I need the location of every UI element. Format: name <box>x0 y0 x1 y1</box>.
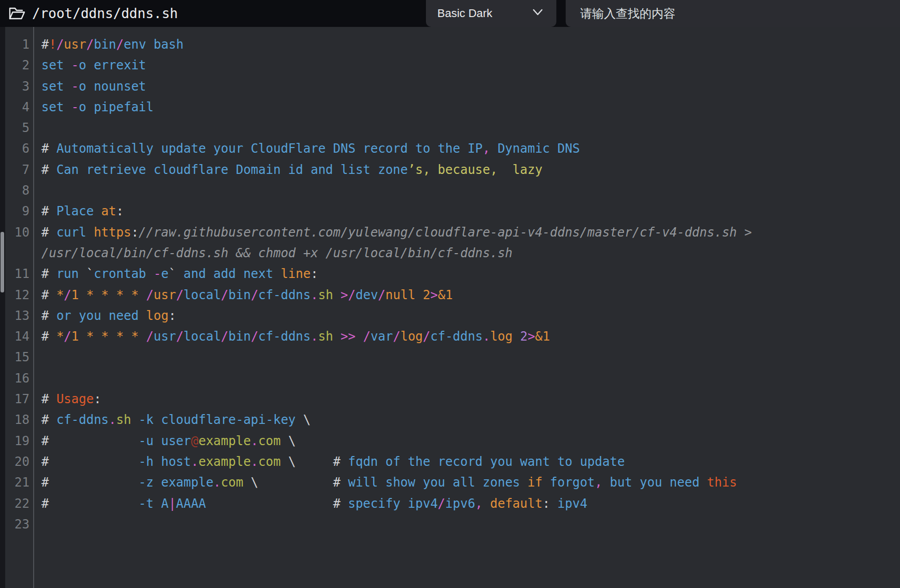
line-number: 5 <box>5 117 33 138</box>
file-path: /root/ddns/ddns.sh <box>32 6 178 21</box>
line-text: # run `crontab -e` and add next line: <box>33 263 900 284</box>
code-line: 15 <box>5 347 900 368</box>
line-text: # or you need log: <box>33 305 900 326</box>
line-text: /usr/local/bin/cf-ddns.sh && chmod +x /u… <box>33 243 900 263</box>
code-line: 11# run `crontab -e` and add next line: <box>5 263 900 284</box>
scrollbar-thumb[interactable] <box>1 232 4 292</box>
code-line: 9# Place at: <box>5 201 900 222</box>
line-number: 15 <box>5 347 33 368</box>
line-number: 12 <box>5 285 33 305</box>
code-line: 20# -h host.example.com \ # fqdn of the … <box>5 451 900 472</box>
file-path-group: /root/ddns/ddns.sh <box>0 0 426 27</box>
line-number: 1 <box>5 34 33 55</box>
search-box <box>566 0 900 27</box>
line-number: 18 <box>5 409 33 430</box>
line-text: # -h host.example.com \ # fqdn of the re… <box>33 451 900 472</box>
code-editor: 1#!/usr/bin/env bash2set -o errexit3set … <box>0 27 900 588</box>
line-number: 8 <box>5 180 33 201</box>
theme-dropdown-label: Basic Dark <box>437 7 492 20</box>
code-line: 21# -z example.com \ # will show you all… <box>5 472 900 493</box>
line-text: # -t A|AAAA # specify ipv4/ipv6, default… <box>33 493 900 514</box>
line-text: # Automatically update your CloudFlare D… <box>33 138 900 159</box>
line-number: 6 <box>5 138 33 159</box>
line-text: set -o errexit <box>33 55 900 76</box>
chevron-down-icon <box>532 8 544 19</box>
theme-dropdown[interactable]: Basic Dark <box>426 0 556 27</box>
line-number: 17 <box>5 389 33 409</box>
code-rows: 1#!/usr/bin/env bash2set -o errexit3set … <box>0 27 900 535</box>
line-number: 21 <box>5 472 33 493</box>
code-line: 23 <box>5 514 900 535</box>
line-text: # Can retrieve cloudflare Domain id and … <box>33 159 900 180</box>
search-input[interactable] <box>566 0 900 27</box>
line-text: # -z example.com \ # will show you all z… <box>33 472 900 493</box>
line-number: 19 <box>5 431 33 451</box>
line-number: 11 <box>5 263 33 284</box>
folder-icon <box>8 6 26 21</box>
code-line: 4set -o pipefail <box>5 97 900 117</box>
line-text: # */1 * * * * /usr/local/bin/cf-ddns.sh … <box>33 326 900 347</box>
line-text: #!/usr/bin/env bash <box>33 34 900 55</box>
line-number: 23 <box>5 514 33 535</box>
line-number: 13 <box>5 305 33 326</box>
line-number: 3 <box>5 76 33 97</box>
code-line: 17# Usage: <box>5 389 900 409</box>
line-number: 2 <box>5 55 33 76</box>
code-line: 1#!/usr/bin/env bash <box>5 34 900 55</box>
line-text: # -u user@example.com \ <box>33 431 900 451</box>
line-text: set -o nounset <box>33 76 900 97</box>
line-number: 14 <box>5 326 33 347</box>
code-line: 13# or you need log: <box>5 305 900 326</box>
code-line: 2set -o errexit <box>5 55 900 76</box>
code-line: 10# curl https://raw.githubusercontent.c… <box>5 222 900 243</box>
line-number: 9 <box>5 201 33 222</box>
code-line: 5 <box>5 117 900 138</box>
code-line: 7# Can retrieve cloudflare Domain id and… <box>5 159 900 180</box>
line-text: # curl https://raw.githubusercontent.com… <box>33 222 900 243</box>
code-line: 12# */1 * * * * /usr/local/bin/cf-ddns.s… <box>5 285 900 305</box>
line-text: # Usage: <box>33 389 900 409</box>
code-line: 19# -u user@example.com \ <box>5 431 900 451</box>
line-number: 7 <box>5 159 33 180</box>
code-line: 6# Automatically update your CloudFlare … <box>5 138 900 159</box>
code-line: 18# cf-ddns.sh -k cloudflare-api-key \ <box>5 409 900 430</box>
line-text: # */1 * * * * /usr/local/bin/cf-ddns.sh … <box>33 285 900 305</box>
top-bar: /root/ddns/ddns.sh Basic Dark <box>0 0 900 27</box>
code-line: 14# */1 * * * * /usr/local/bin/cf-ddns.s… <box>5 326 900 347</box>
line-text: # Place at: <box>33 201 900 222</box>
code-line: 3set -o nounset <box>5 76 900 97</box>
line-text: set -o pipefail <box>33 97 900 117</box>
line-number: 4 <box>5 97 33 117</box>
line-number: 10 <box>5 222 33 243</box>
code-line: 22# -t A|AAAA # specify ipv4/ipv6, defau… <box>5 493 900 514</box>
code-line: 8 <box>5 180 900 201</box>
line-number: 16 <box>5 368 33 389</box>
line-number: 20 <box>5 451 33 472</box>
code-line: /usr/local/bin/cf-ddns.sh && chmod +x /u… <box>5 243 900 263</box>
left-scrollbar-track[interactable] <box>0 27 5 588</box>
line-text: # cf-ddns.sh -k cloudflare-api-key \ <box>33 409 900 430</box>
code-line: 16 <box>5 368 900 389</box>
line-number: 22 <box>5 493 33 514</box>
